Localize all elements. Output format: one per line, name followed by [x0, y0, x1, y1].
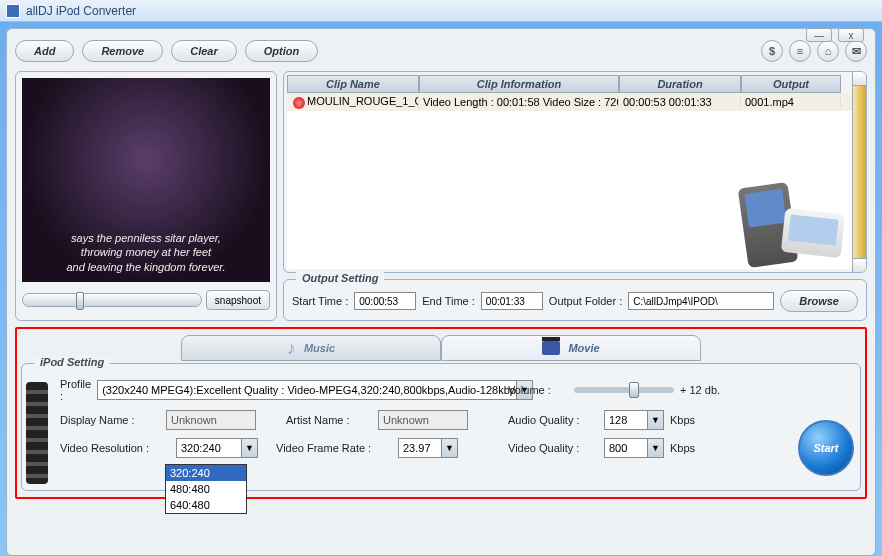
app-icon: [6, 4, 20, 18]
video-resolution-label: Video Resolution :: [60, 442, 170, 454]
ipod-legend: iPod Setting: [34, 356, 110, 368]
snapshoot-button[interactable]: snapshoot: [206, 290, 270, 310]
subtitle-text: says the penniless sitar player, throwin…: [66, 231, 225, 274]
settings-tabs-area: ♪ Music Movie iPod Setting Profile : (32…: [15, 327, 867, 499]
tab-music-label: Music: [304, 342, 335, 354]
kbps-label-2: Kbps: [670, 442, 695, 454]
header-output[interactable]: Output: [741, 75, 841, 93]
video-frame-rate-label: Video Frame Rate :: [276, 442, 392, 454]
video-frame-rate-select[interactable]: 23.97 ▼: [398, 438, 458, 458]
list-scrollbar[interactable]: [852, 72, 866, 272]
main-window: Add Remove Clear Option $ ≡ ⌂ ✉ says the…: [6, 28, 876, 556]
clip-list-panel: Clip Name Clip Information Duration Outp…: [283, 71, 867, 273]
home-icon[interactable]: ⌂: [817, 40, 839, 62]
dropdown-option[interactable]: 640:480: [166, 497, 246, 513]
dropdown-option[interactable]: 480:480: [166, 481, 246, 497]
video-preview: says the penniless sitar player, throwin…: [22, 78, 270, 282]
start-time-input[interactable]: [354, 292, 416, 310]
chevron-down-icon: ▼: [241, 439, 257, 457]
resolution-dropdown[interactable]: 320:240 480:480 640:480: [165, 464, 247, 514]
add-button[interactable]: Add: [15, 40, 74, 62]
video-quality-label: Video Quality :: [508, 442, 598, 454]
profile-select[interactable]: (320x240 MPEG4):Excellent Quality : Vide…: [97, 380, 533, 400]
clip-icon: [293, 97, 305, 109]
ipod-setting-panel: iPod Setting Profile : (320x240 MPEG4):E…: [21, 363, 861, 491]
profile-value: (320x240 MPEG4):Excellent Quality : Vide…: [102, 384, 516, 396]
output-folder-label: Output Folder :: [549, 295, 622, 307]
chevron-down-icon: ▼: [441, 439, 457, 457]
display-name-label: Display Name :: [60, 414, 160, 426]
volume-slider[interactable]: [574, 387, 674, 393]
artist-name-input[interactable]: [378, 410, 468, 430]
list-icon[interactable]: ≡: [789, 40, 811, 62]
tab-movie-label: Movie: [568, 342, 599, 354]
display-name-input[interactable]: [166, 410, 256, 430]
preview-controls: snapshoot: [22, 286, 270, 314]
volume-value: + 12 db.: [680, 384, 720, 396]
profile-label: Profile :: [60, 378, 91, 402]
purchase-icon[interactable]: $: [761, 40, 783, 62]
audio-quality-select[interactable]: 128 ▼: [604, 410, 664, 430]
header-clip-info[interactable]: Clip Information: [419, 75, 619, 93]
clip-output-cell: 0001.mp4: [741, 96, 841, 108]
video-frame-rate-value: 23.97: [403, 442, 431, 454]
video-quality-value: 800: [609, 442, 627, 454]
seek-slider[interactable]: [22, 293, 202, 307]
clear-button[interactable]: Clear: [171, 40, 237, 62]
end-time-input[interactable]: [481, 292, 543, 310]
start-button-label: Start: [813, 442, 838, 454]
clapperboard-icon: [542, 341, 560, 355]
list-header: Clip Name Clip Information Duration Outp…: [287, 75, 863, 93]
start-time-label: Start Time :: [292, 295, 348, 307]
film-strip-icon: [26, 382, 48, 484]
output-folder-input[interactable]: [628, 292, 774, 310]
artist-name-label: Artist Name :: [286, 414, 372, 426]
scroll-down-button[interactable]: [853, 258, 866, 272]
preview-panel: says the penniless sitar player, throwin…: [15, 71, 277, 321]
chevron-down-icon: ▼: [647, 439, 663, 457]
remove-button[interactable]: Remove: [82, 40, 163, 62]
list-body: MOULIN_ROUGE_1_C Video Length : 00:01:58…: [287, 93, 863, 269]
video-resolution-value: 320:240: [181, 442, 221, 454]
video-quality-select[interactable]: 800 ▼: [604, 438, 664, 458]
output-setting-panel: Output Setting Start Time : End Time : O…: [283, 279, 867, 321]
clip-info-cell: Video Length : 00:01:58 Video Size : 720…: [419, 96, 619, 108]
ipod-artwork: [723, 165, 843, 265]
music-note-icon: ♪: [287, 338, 296, 359]
video-resolution-select[interactable]: 320:240 ▼: [176, 438, 258, 458]
dropdown-option[interactable]: 320:240: [166, 465, 246, 481]
toolbar: Add Remove Clear Option $ ≡ ⌂ ✉: [15, 35, 867, 67]
mail-icon[interactable]: ✉: [845, 40, 867, 62]
volume-label: Volume :: [508, 384, 568, 396]
kbps-label: Kbps: [670, 414, 695, 426]
clip-duration-cell: 00:00:53 00:01:33: [619, 96, 741, 108]
tab-movie[interactable]: Movie: [441, 335, 701, 361]
tab-music[interactable]: ♪ Music: [181, 335, 441, 361]
end-time-label: End Time :: [422, 295, 475, 307]
audio-quality-label: Audio Quality :: [508, 414, 598, 426]
option-button[interactable]: Option: [245, 40, 318, 62]
header-clip-name[interactable]: Clip Name: [287, 75, 419, 93]
browse-button[interactable]: Browse: [780, 290, 858, 312]
list-row[interactable]: MOULIN_ROUGE_1_C Video Length : 00:01:58…: [287, 93, 863, 111]
start-button[interactable]: Start: [798, 420, 854, 476]
scroll-up-button[interactable]: [853, 72, 866, 86]
minimize-button[interactable]: —: [806, 28, 832, 42]
titlebar: allDJ iPod Converter: [0, 0, 882, 22]
app-title: allDJ iPod Converter: [26, 4, 136, 18]
header-duration[interactable]: Duration: [619, 75, 741, 93]
clip-name-cell: MOULIN_ROUGE_1_C: [307, 95, 419, 107]
window-controls: — x: [806, 28, 864, 42]
close-button[interactable]: x: [838, 28, 864, 42]
audio-quality-value: 128: [609, 414, 627, 426]
chevron-down-icon: ▼: [647, 411, 663, 429]
output-legend: Output Setting: [296, 272, 384, 284]
